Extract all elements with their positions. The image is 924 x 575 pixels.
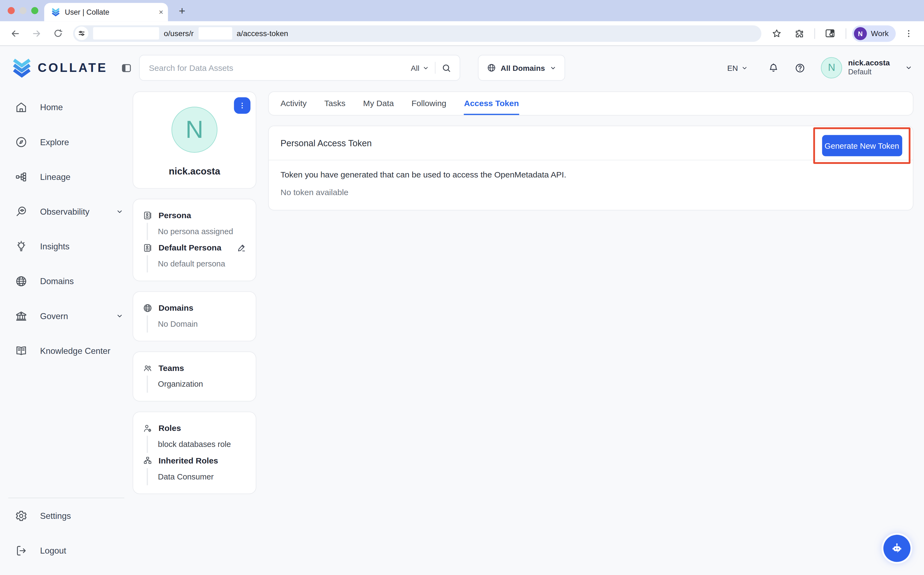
chevron-down-icon [550,65,556,71]
profile-card: N nick.acosta [133,91,256,189]
tab-activity[interactable]: Activity [281,92,306,115]
toolbar-separator [815,28,815,38]
sidebar-item-settings[interactable]: Settings [0,498,133,533]
sidebar-item-explore[interactable]: Explore [0,124,133,159]
profile-options-button[interactable] [234,97,250,114]
inherited-roles-title: Inherited Roles [158,456,218,465]
back-button[interactable] [6,24,25,43]
sidebar-item-insights[interactable]: Insights [0,229,133,264]
notifications-bell-icon[interactable] [768,62,779,73]
sidebar-item-logout[interactable]: Logout [0,533,133,568]
side-panel-search-icon[interactable] [821,24,840,43]
sidebar-item-label: Knowledge Center [40,346,123,355]
user-profile-panel: N nick.acosta Persona No persona assigne… [133,89,256,575]
sidebar-item-label: Home [40,102,123,112]
main-content: Activity Tasks My Data Following Access … [268,91,913,575]
sidebar-item-label: Lineage [40,172,123,181]
sidebar-item-label: Domains [40,276,123,286]
language-selector[interactable]: EN [727,64,748,73]
user-descriptor: Default [848,68,890,77]
screen: User | Collate × + o/users/r a/access-to… [0,0,924,575]
search-scope-dropdown[interactable]: All [411,64,429,73]
search-scope-value: All [411,64,419,73]
forward-button[interactable] [27,24,46,43]
inherited-roles-tree-icon [143,456,153,465]
tab-tasks[interactable]: Tasks [324,92,346,115]
help-icon[interactable] [794,62,805,73]
browser-profile-avatar: N [854,27,867,40]
tab-my-data[interactable]: My Data [363,92,394,115]
generate-new-token-button[interactable]: Generate New Token [822,135,902,156]
reload-button[interactable] [48,24,67,43]
browser-toolbar: o/users/r a/access-token N Work [0,21,924,45]
collate-logo[interactable]: COLLATE [12,58,108,78]
tab-following[interactable]: Following [411,92,446,115]
browser-tab[interactable]: User | Collate × [44,3,168,21]
home-icon [15,100,28,113]
domains-filter-button[interactable]: All Domains [478,55,565,81]
chevron-down-icon [742,65,748,71]
gear-icon [15,509,28,522]
tab-access-token[interactable]: Access Token [464,92,519,115]
lineage-icon [15,170,28,183]
roles-value[interactable]: block databases role [147,436,246,453]
edit-default-persona-button[interactable] [237,243,247,253]
window-zoom-button[interactable] [31,7,38,14]
browser-tabstrip: User | Collate × + [0,0,924,21]
user-meta: nick.acosta Default [848,58,890,77]
sidebar-item-domains[interactable]: Domains [0,264,133,298]
collate-logo-icon [12,58,32,78]
roles-title: Roles [158,423,181,433]
toolbar-separator [846,28,846,38]
globe-icon [487,63,496,73]
kebab-menu-icon [238,102,246,110]
persona-id-card-icon [143,210,153,220]
globe-icon [15,274,28,288]
sidebar-item-knowledge-center[interactable]: Knowledge Center [0,333,133,368]
search-input[interactable] [149,63,405,73]
persona-value: No persona assigned [147,223,246,240]
chevron-down-icon [116,208,123,215]
browser-menu-icon[interactable] [899,24,918,43]
sidebar-item-govern[interactable]: Govern [0,298,133,333]
browser-profile-chip[interactable]: N Work [852,25,896,41]
domains-filter-value: All Domains [501,64,545,73]
search-icon[interactable] [441,63,451,73]
sidebar: Home Explore Lineage Observability Insig… [0,89,133,575]
insights-icon [15,240,28,253]
window-close-button[interactable] [8,7,15,14]
chat-bot-button[interactable] [883,535,910,562]
bookmark-star-icon[interactable] [767,24,786,43]
sidebar-item-label: Govern [40,311,104,321]
globe-icon [143,303,153,313]
bank-icon [15,309,28,322]
global-search: All [139,55,460,81]
sidebar-item-label: Logout [40,546,123,555]
teams-icon [143,363,153,373]
language-value: EN [727,64,738,73]
tab-close-icon[interactable]: × [158,8,163,17]
url-bar[interactable]: o/users/r a/access-token [73,25,761,41]
teams-value[interactable]: Organization [147,376,246,392]
collate-favicon-icon [51,8,60,17]
site-settings-icon[interactable] [75,27,89,40]
sidebar-item-lineage[interactable]: Lineage [0,159,133,194]
sidebar-footer: Settings Logout [0,498,133,568]
token-section-title: Personal Access Token [281,138,372,148]
access-token-panel: Personal Access Token Token you have gen… [268,125,913,211]
search-separator [435,62,435,73]
inherited-roles-value[interactable]: Data Consumer [147,468,246,485]
browser-tab-title: User | Collate [65,8,154,16]
sidebar-item-observability[interactable]: Observability [0,194,133,229]
default-persona-title: Default Persona [158,243,222,253]
url-redaction [198,27,232,40]
new-tab-button[interactable]: + [174,3,190,19]
logout-icon [15,544,28,557]
window-minimize-button[interactable] [19,7,27,14]
observability-icon [15,205,28,218]
user-menu[interactable]: N nick.acosta Default [821,57,912,78]
extensions-puzzle-icon[interactable] [789,24,808,43]
compass-icon [15,135,28,148]
sidebar-item-home[interactable]: Home [0,89,133,124]
sidebar-toggle-icon[interactable] [121,62,132,73]
